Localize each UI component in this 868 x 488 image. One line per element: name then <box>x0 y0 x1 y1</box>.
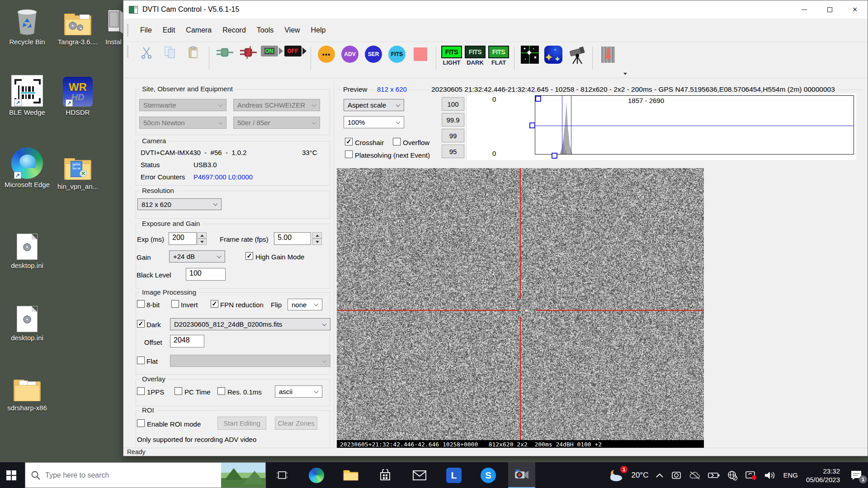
tray-onedrive-button[interactable] <box>685 462 704 488</box>
histogram-low-handle[interactable] <box>552 153 557 159</box>
fits-light-button[interactable]: FITS LIGHT <box>440 46 463 66</box>
disconnect-button[interactable] <box>236 46 260 59</box>
dark-file-select[interactable]: D20230605_812_24dB_0200ms.fits <box>170 318 330 330</box>
framerate-input[interactable]: 5.00 <box>274 232 311 245</box>
menu-record[interactable]: Record <box>217 23 251 37</box>
search-input[interactable] <box>45 471 221 479</box>
histogram-level-line[interactable] <box>535 126 854 126</box>
res01ms-checkbox[interactable] <box>217 387 225 395</box>
8bit-checkbox[interactable] <box>137 300 145 308</box>
dark-checkbox[interactable] <box>137 320 145 328</box>
histogram-marker-low[interactable] <box>562 96 562 154</box>
menu-gripper[interactable] <box>127 24 128 36</box>
language-indicator[interactable]: ENG <box>779 462 802 488</box>
flat-checkbox[interactable] <box>137 357 145 364</box>
platesolve-button[interactable] <box>518 46 542 64</box>
weather-button[interactable]: 1 <box>605 462 627 488</box>
histogram-marker-high[interactable] <box>571 96 571 154</box>
tray-network-button[interactable] <box>723 462 741 488</box>
tray-volume-button[interactable] <box>760 462 779 488</box>
offset-input[interactable]: 2048 <box>170 335 204 347</box>
stop-button[interactable] <box>409 46 432 61</box>
fpn-checkbox[interactable] <box>211 300 218 308</box>
roi-enable-checkbox[interactable] <box>137 419 145 427</box>
optics-select[interactable]: 50er / 85er <box>233 117 320 129</box>
gain-select[interactable]: +24 dB <box>169 250 225 263</box>
desktop-icon-edge[interactable]: ↗ Microsoft Edge <box>1 147 53 189</box>
cut-button[interactable] <box>135 46 158 59</box>
desktop-icon-tangra[interactable]: Tangra-3.6.... <box>52 5 104 46</box>
close-button[interactable]: × <box>842 0 868 19</box>
flat-file-select[interactable] <box>170 355 330 367</box>
crosshair-checkbox[interactable] <box>345 138 353 145</box>
stepper-down[interactable] <box>312 239 322 245</box>
start-button[interactable] <box>0 462 23 488</box>
toolbar-gripper[interactable] <box>127 46 128 57</box>
percent-100-button[interactable]: 100 <box>442 97 464 111</box>
desktop-icon-hdsdr[interactable]: WR HD ↗ HDSDR <box>52 75 104 117</box>
pctime-checkbox[interactable] <box>175 387 182 395</box>
menu-help[interactable]: Help <box>306 23 331 37</box>
stepper-down[interactable] <box>197 239 207 245</box>
exposure-stepper[interactable] <box>197 232 207 245</box>
menu-file[interactable]: File <box>135 23 157 37</box>
resolution-select[interactable]: 812 x 620 <box>137 198 222 210</box>
taskbar-store-button[interactable] <box>373 462 398 488</box>
error-counters-value[interactable]: P4697:000 L0:0000 <box>193 173 253 181</box>
toolbar-overflow-button[interactable] <box>620 73 631 78</box>
action-center-button[interactable]: 1 <box>844 462 868 488</box>
tray-camera-button[interactable] <box>667 462 685 488</box>
record-button[interactable]: ••• <box>315 46 338 63</box>
desktop-icon-desktop-ini-2[interactable]: desktop.ini <box>1 300 53 342</box>
camera-on-button[interactable]: ON <box>260 46 283 56</box>
fits-dark-button[interactable]: FITS DARK <box>463 46 487 66</box>
taskbar-explorer-button[interactable] <box>338 462 363 488</box>
roi-start-editing-button[interactable]: Start Editing <box>217 417 266 430</box>
overflow-checkbox[interactable] <box>393 138 401 145</box>
black-level-input[interactable]: 100 <box>186 268 226 281</box>
telescope-select[interactable]: 50cm Newton <box>139 117 226 129</box>
histogram-plot[interactable]: 1857 - 2690 <box>535 95 854 155</box>
taskbar-mail-button[interactable] <box>407 462 432 488</box>
search-highlight-image[interactable] <box>221 463 265 488</box>
taskbar-edge-button[interactable] <box>304 462 329 488</box>
desktop-icon-desktop-ini-1[interactable]: desktop.ini <box>1 228 53 270</box>
menu-view[interactable]: View <box>279 23 305 37</box>
title-bar[interactable]: DVTI Cam Control - V5.6.1-15 × <box>123 0 868 19</box>
record-adv-button[interactable]: ADV <box>338 46 362 63</box>
aspect-scale-select[interactable]: Aspect scale <box>344 99 404 111</box>
percent-95-button[interactable]: 95 <box>442 145 464 158</box>
percent-99-9-button[interactable]: 99.9 <box>442 113 464 127</box>
desktop-icon-ble-wedge[interactable]: ↗ BLE Wedge <box>1 75 53 117</box>
stepper-up[interactable] <box>312 232 322 239</box>
histogram-level-handle[interactable] <box>529 122 535 128</box>
preview-size[interactable]: 812 x 620 <box>375 85 409 93</box>
zoom-select[interactable]: 100% <box>344 116 404 128</box>
taskbar-app-s-button[interactable]: S <box>476 462 501 488</box>
roi-clear-zones-button[interactable]: Clear Zones <box>275 417 317 430</box>
sky-view-button[interactable] <box>542 46 565 64</box>
percent-99-button[interactable]: 99 <box>442 129 464 142</box>
tray-power-button[interactable] <box>704 462 723 488</box>
minimize-button[interactable] <box>792 0 817 19</box>
camera-off-button[interactable]: OFF <box>283 46 307 56</box>
temperature-text[interactable]: 20°C <box>627 462 652 488</box>
search-box[interactable] <box>25 462 266 488</box>
clock[interactable]: 23:32 05/06/2023 <box>802 462 844 488</box>
observer-select[interactable]: Andreas SCHWEIZER <box>233 99 320 111</box>
stepper-up[interactable] <box>197 232 207 239</box>
high-gain-checkbox[interactable] <box>245 252 253 260</box>
menu-camera[interactable]: Camera <box>180 23 217 37</box>
task-view-button[interactable] <box>269 462 295 488</box>
desktop-icon-sdrsharp[interactable]: sdrsharp-x86 <box>1 371 53 412</box>
connect-button[interactable] <box>213 46 236 59</box>
platesolving-checkbox[interactable] <box>345 150 353 158</box>
copy-button[interactable] <box>158 46 182 59</box>
record-fits-button[interactable]: FITS <box>385 46 409 63</box>
tray-display-button[interactable] <box>741 462 760 488</box>
framerate-stepper[interactable] <box>312 232 322 245</box>
firmware-button[interactable] <box>596 46 620 63</box>
telescope-button[interactable] <box>565 46 589 65</box>
taskbar-app-l-button[interactable]: L <box>441 462 467 488</box>
invert-checkbox[interactable] <box>171 300 179 308</box>
